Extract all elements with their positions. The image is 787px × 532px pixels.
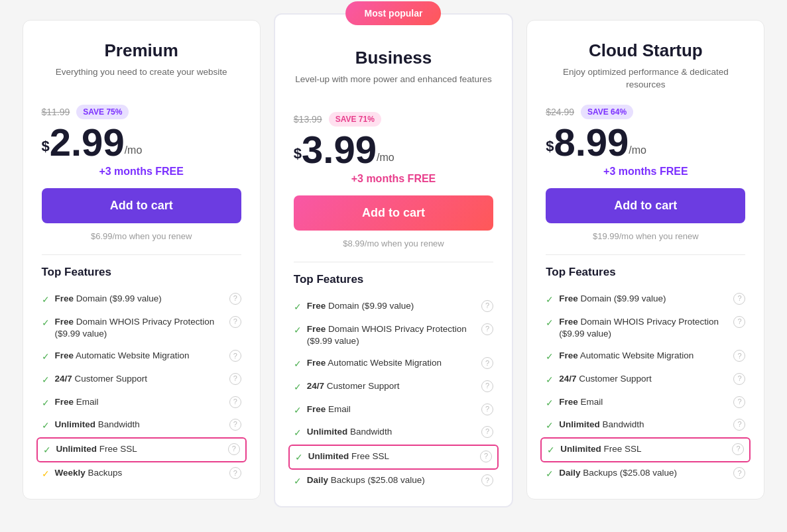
add-to-cart-button[interactable]: Add to cart bbox=[294, 195, 493, 231]
check-icon: ✓ bbox=[42, 350, 50, 364]
feature-left: ✓ Unlimited Bandwidth bbox=[294, 426, 477, 440]
info-icon[interactable]: ? bbox=[481, 323, 493, 335]
save-badge: SAVE 71% bbox=[329, 112, 381, 127]
info-icon[interactable]: ? bbox=[229, 419, 241, 431]
price-mo: /mo bbox=[377, 152, 394, 164]
feature-item: ✓ Unlimited Bandwidth ? bbox=[42, 414, 241, 437]
feature-item: ✓ Daily Backups ($25.08 value) ? bbox=[294, 470, 493, 493]
price-amount: 8.99 bbox=[554, 123, 629, 162]
feature-text: Free Domain WHOIS Privacy Protection ($9… bbox=[559, 316, 729, 341]
check-icon: ✓ bbox=[42, 468, 50, 481]
original-price: $24.99 bbox=[546, 107, 574, 117]
features-top-label: Top Features bbox=[42, 266, 241, 279]
feature-left: ✓ Weekly Backups bbox=[42, 467, 225, 481]
feature-text: 24/7 Customer Support bbox=[55, 373, 148, 386]
section-divider bbox=[294, 262, 493, 262]
feature-text: Free Automatic Website Migration bbox=[55, 350, 190, 362]
free-months: +3 months FREE bbox=[294, 173, 493, 185]
free-months: +3 months FREE bbox=[42, 166, 241, 178]
check-icon: ✓ bbox=[294, 427, 302, 440]
info-icon[interactable]: ? bbox=[481, 403, 493, 415]
check-icon: ✓ bbox=[42, 419, 50, 433]
feature-item: ✓ 24/7 Customer Support ? bbox=[42, 368, 241, 392]
plan-card-business: Most popular Business Level-up with more… bbox=[274, 13, 513, 507]
feature-list: ✓ Free Domain ($9.99 value) ? ✓ Free Dom… bbox=[294, 295, 493, 493]
info-icon[interactable]: ? bbox=[732, 443, 744, 455]
info-icon[interactable]: ? bbox=[229, 293, 241, 305]
info-icon[interactable]: ? bbox=[481, 474, 493, 486]
feature-left: ✓ Free Domain ($9.99 value) bbox=[294, 300, 477, 314]
add-to-cart-button[interactable]: Add to cart bbox=[546, 188, 745, 223]
info-icon[interactable]: ? bbox=[229, 396, 241, 408]
check-icon: ✓ bbox=[546, 397, 554, 410]
check-icon: ✓ bbox=[294, 404, 302, 417]
check-icon: ✓ bbox=[42, 293, 50, 307]
feature-item: ✓ Unlimited Free SSL ? bbox=[540, 437, 751, 463]
info-icon[interactable]: ? bbox=[229, 316, 241, 328]
check-icon: ✓ bbox=[42, 317, 50, 330]
info-icon[interactable]: ? bbox=[228, 443, 240, 455]
info-icon[interactable]: ? bbox=[481, 300, 493, 312]
feature-text: Free Automatic Website Migration bbox=[559, 350, 694, 362]
info-icon[interactable]: ? bbox=[229, 467, 241, 479]
save-badge: SAVE 75% bbox=[76, 105, 129, 119]
features-top-label: Top Features bbox=[546, 266, 745, 279]
feature-item: ✓ 24/7 Customer Support ? bbox=[294, 376, 493, 399]
feature-text: Free Email bbox=[559, 396, 603, 409]
feature-item: ✓ Free Email ? bbox=[546, 392, 745, 415]
info-icon[interactable]: ? bbox=[481, 426, 493, 438]
feature-left: ✓ Free Domain WHOIS Privacy Protection (… bbox=[294, 323, 477, 348]
price-row: $13.99 SAVE 71% bbox=[294, 112, 493, 127]
price-row: $11.99 SAVE 75% bbox=[42, 105, 241, 119]
free-months: +3 months FREE bbox=[546, 166, 745, 178]
price-mo: /mo bbox=[629, 144, 646, 156]
info-icon[interactable]: ? bbox=[733, 316, 745, 328]
check-icon: ✓ bbox=[546, 468, 554, 481]
feature-item: ✓ Free Email ? bbox=[42, 392, 241, 415]
feature-left: ✓ Unlimited Free SSL bbox=[547, 443, 728, 457]
feature-list: ✓ Free Domain ($9.99 value) ? ✓ Free Dom… bbox=[546, 288, 745, 486]
feature-text: Daily Backups ($25.08 value) bbox=[307, 474, 425, 487]
feature-left: ✓ 24/7 Customer Support bbox=[546, 373, 729, 387]
info-icon[interactable]: ? bbox=[481, 357, 493, 369]
feature-text: Unlimited Free SSL bbox=[56, 443, 137, 456]
info-icon[interactable]: ? bbox=[229, 373, 241, 385]
feature-item: ✓ Free Domain ($9.99 value) ? bbox=[42, 288, 241, 311]
feature-item: ✓ Unlimited Bandwidth ? bbox=[546, 414, 745, 437]
info-icon[interactable]: ? bbox=[229, 350, 241, 362]
info-icon[interactable]: ? bbox=[733, 373, 745, 385]
renew-note: $8.99/mo when you renew bbox=[294, 239, 493, 248]
feature-left: ✓ Unlimited Free SSL bbox=[295, 451, 476, 464]
plan-name: Premium bbox=[42, 40, 241, 61]
save-badge: SAVE 64% bbox=[581, 105, 633, 119]
info-icon[interactable]: ? bbox=[733, 467, 745, 479]
feature-left: ✓ Free Domain WHOIS Privacy Protection (… bbox=[42, 316, 225, 341]
price-dollar: $ bbox=[294, 145, 302, 162]
info-icon[interactable]: ? bbox=[733, 350, 745, 362]
feature-item: ✓ 24/7 Customer Support ? bbox=[546, 368, 745, 392]
price-mo: /mo bbox=[125, 144, 143, 156]
feature-item: ✓ Unlimited Free SSL ? bbox=[36, 437, 247, 463]
original-price: $13.99 bbox=[294, 114, 322, 125]
feature-text: Unlimited Free SSL bbox=[560, 443, 641, 456]
feature-left: ✓ Daily Backups ($25.08 value) bbox=[546, 467, 729, 481]
add-to-cart-button[interactable]: Add to cart bbox=[42, 188, 241, 223]
info-icon[interactable]: ? bbox=[733, 419, 745, 431]
feature-left: ✓ Free Automatic Website Migration bbox=[546, 350, 729, 364]
plan-card-premium: Premium Everything you need to create yo… bbox=[23, 20, 261, 500]
plan-desc: Enjoy optimized performance & dedicated … bbox=[546, 66, 745, 93]
feature-text: Free Domain ($9.99 value) bbox=[559, 293, 666, 305]
feature-left: ✓ Free Automatic Website Migration bbox=[42, 350, 225, 364]
plan-name: Business bbox=[294, 48, 493, 68]
check-icon: ✓ bbox=[43, 444, 51, 457]
feature-list: ✓ Free Domain ($9.99 value) ? ✓ Free Dom… bbox=[42, 288, 241, 486]
info-icon[interactable]: ? bbox=[481, 380, 493, 392]
check-icon: ✓ bbox=[546, 317, 554, 330]
info-icon[interactable]: ? bbox=[733, 293, 745, 305]
feature-text: 24/7 Customer Support bbox=[559, 373, 652, 386]
feature-item: ✓ Free Automatic Website Migration ? bbox=[42, 345, 241, 368]
info-icon[interactable]: ? bbox=[480, 451, 492, 462]
info-icon[interactable]: ? bbox=[733, 396, 745, 408]
plan-desc: Level-up with more power and enhanced fe… bbox=[294, 74, 493, 100]
feature-text: Weekly Backups bbox=[55, 467, 123, 480]
